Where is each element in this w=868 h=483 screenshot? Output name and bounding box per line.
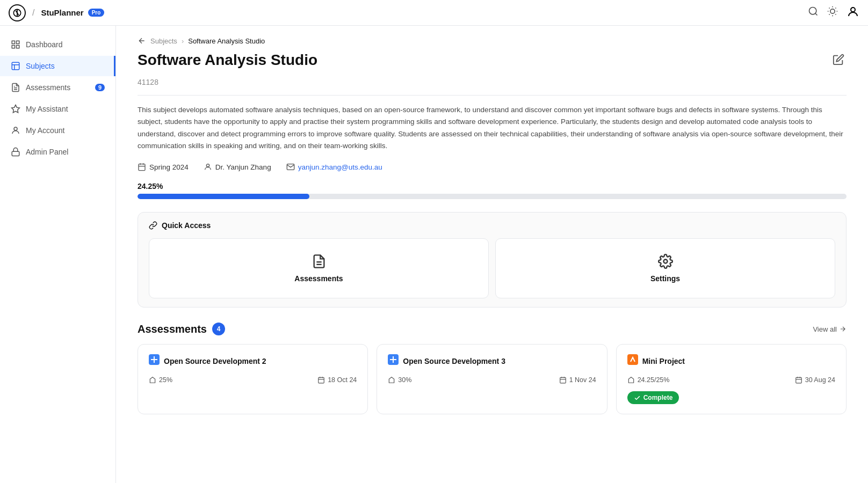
search-icon[interactable]: [808, 6, 819, 19]
pro-badge: Pro: [88, 9, 105, 17]
nav-brand: / StuPlanner Pro: [9, 4, 104, 21]
card-1-meta: 30% 1 Nov 24: [388, 376, 596, 384]
email-icon: [286, 163, 295, 171]
card-0-header: Open Source Development 2: [149, 354, 357, 368]
svg-rect-7: [17, 41, 19, 43]
svg-point-20: [206, 164, 209, 167]
calendar-icon-0: [317, 376, 325, 384]
svg-point-4: [830, 9, 835, 13]
complete-label: Complete: [643, 394, 673, 401]
weight-icon-1: [388, 376, 395, 384]
sidebar-item-my-account[interactable]: My Account: [0, 120, 115, 141]
sidebar-label-my-assistant: My Assistant: [26, 105, 68, 113]
sidebar-item-subjects[interactable]: Subjects: [0, 56, 115, 76]
card-2-header: Mini Project: [627, 354, 835, 368]
subjects-icon: [11, 61, 20, 71]
card-0-weight: 25%: [149, 376, 172, 384]
svg-rect-8: [12, 46, 15, 48]
sidebar-label-subjects: Subjects: [26, 62, 55, 70]
card-1-name: Open Source Development 3: [403, 357, 505, 365]
svg-rect-30: [560, 377, 566, 383]
subject-description: This subject develops automated software…: [116, 104, 868, 152]
subject-title: Software Analysis Studio: [138, 52, 317, 69]
svg-marker-13: [12, 105, 20, 113]
assessments-title-row: Assessments 4: [138, 323, 225, 335]
progress-bar-bg: [138, 194, 847, 199]
weight-icon-2: [627, 376, 635, 384]
card-1-header: Open Source Development 3: [388, 354, 596, 368]
svg-rect-35: [795, 377, 801, 383]
breadcrumb: Subjects › Software Analysis Studio: [116, 26, 868, 52]
qa-assessments-icon: [312, 254, 327, 269]
sidebar: Dashboard Subjects Assessments 9 My Assi…: [0, 26, 116, 483]
card-2-name: Mini Project: [642, 357, 685, 365]
card-2-weight: 24.25/25%: [627, 376, 670, 384]
progress-label: 24.25%: [138, 182, 847, 191]
assessment-card-1[interactable]: Open Source Development 3 30% 1 Nov 24: [377, 344, 607, 414]
qa-settings-label: Settings: [650, 274, 680, 283]
sidebar-item-dashboard[interactable]: Dashboard: [0, 34, 115, 55]
divider-1: [138, 95, 847, 96]
svg-point-23: [663, 260, 667, 264]
svg-rect-9: [17, 46, 19, 48]
assessments-section-title: Assessments: [138, 323, 207, 335]
assessment-card-0[interactable]: Open Source Development 2 25% 18 Oct 24: [138, 344, 368, 414]
account-icon[interactable]: [847, 5, 859, 20]
quick-access-settings[interactable]: Settings: [495, 238, 835, 298]
card-0-due: 18 Oct 24: [317, 376, 357, 384]
sidebar-item-my-assistant[interactable]: My Assistant: [0, 99, 115, 119]
view-all-button[interactable]: View all: [813, 325, 847, 333]
back-button[interactable]: [138, 36, 146, 45]
my-account-icon: [11, 126, 20, 135]
edit-subject-button[interactable]: [830, 52, 847, 69]
sidebar-label-dashboard: Dashboard: [26, 40, 63, 49]
arrow-right-icon: [839, 325, 847, 333]
assessments-icon: [11, 83, 20, 92]
subject-code: 41128: [116, 78, 868, 86]
subject-header: Software Analysis Studio: [116, 52, 868, 78]
theme-icon[interactable]: [827, 6, 838, 19]
calendar-icon-1: [559, 376, 567, 384]
sidebar-label-my-account: My Account: [26, 126, 64, 135]
calendar-icon: [138, 163, 146, 171]
assessments-header: Assessments 4 View all: [138, 323, 847, 335]
sidebar-item-assessments[interactable]: Assessments 9: [0, 77, 115, 98]
svg-point-5: [851, 8, 855, 12]
email-link[interactable]: yanjun.zhang@uts.edu.au: [298, 163, 382, 171]
quick-access-title: Quick Access: [149, 221, 835, 230]
complete-badge-container: Complete: [627, 391, 835, 404]
card-0-meta: 25% 18 Oct 24: [149, 376, 357, 384]
card-0-emoji: [149, 354, 160, 368]
assessments-badge: 9: [95, 84, 105, 91]
card-2-emoji: [627, 354, 638, 368]
progress-bar-fill: [138, 194, 309, 199]
quick-access-label: Quick Access: [162, 221, 211, 230]
link-icon: [149, 221, 157, 230]
semester-label: Spring 2024: [149, 163, 189, 171]
check-icon: [634, 394, 641, 401]
assessments-section: Assessments 4 View all Open Source Devel…: [116, 323, 868, 431]
weight-icon-0: [149, 376, 156, 384]
person-icon: [204, 163, 212, 171]
svg-rect-25: [319, 377, 324, 383]
email-info: yanjun.zhang@uts.edu.au: [286, 163, 382, 171]
breadcrumb-subjects[interactable]: Subjects: [150, 37, 177, 45]
complete-badge: Complete: [627, 391, 679, 404]
quick-access-grid: Assessments Settings: [149, 238, 835, 298]
assessment-card-2[interactable]: Mini Project 24.25/25% 30 Aug 24: [616, 344, 847, 414]
quick-access-assessments[interactable]: Assessments: [149, 238, 489, 298]
assessment-cards: Open Source Development 2 25% 18 Oct 24: [138, 344, 847, 414]
card-2-due: 30 Aug 24: [795, 376, 835, 384]
sidebar-item-admin-panel[interactable]: Admin Panel: [0, 142, 115, 162]
instructor-label: Dr. Yanjun Zhang: [215, 163, 271, 171]
progress-section: 24.25%: [116, 182, 868, 199]
sidebar-label-admin-panel: Admin Panel: [26, 148, 68, 156]
subject-meta: Spring 2024 Dr. Yanjun Zhang yanjun.zhan…: [116, 163, 868, 171]
assistant-icon: [11, 104, 20, 114]
main-content: Subjects › Software Analysis Studio Soft…: [116, 26, 868, 483]
instructor-info: Dr. Yanjun Zhang: [204, 163, 271, 171]
card-1-due: 1 Nov 24: [559, 376, 596, 384]
nav-slash: /: [32, 8, 34, 18]
admin-icon: [11, 147, 20, 157]
app-name: StuPlanner: [41, 8, 83, 17]
